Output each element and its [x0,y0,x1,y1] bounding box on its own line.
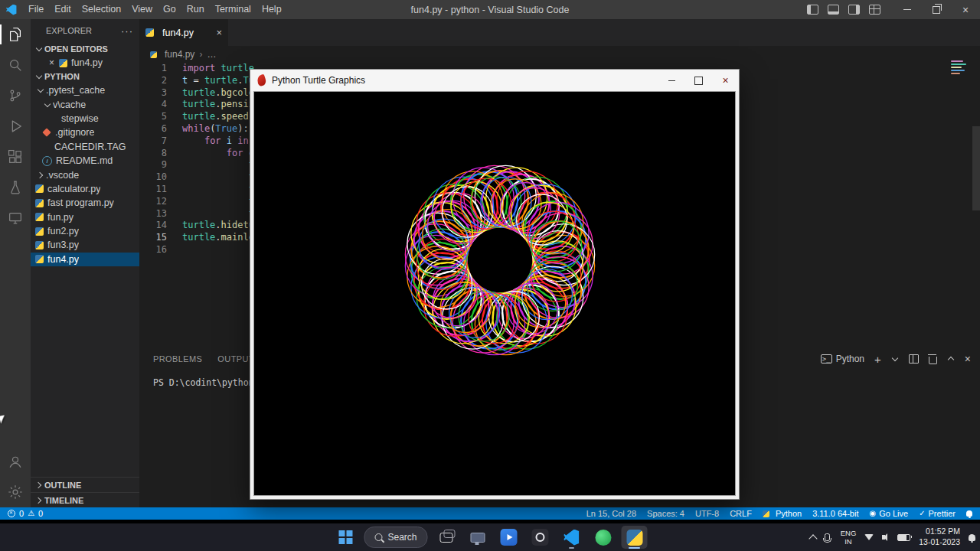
green-app-button[interactable] [590,526,616,549]
volume-icon[interactable] [882,535,885,540]
tree-item-fun2-py[interactable]: fun2.py [31,224,139,238]
python-file-icon [59,59,67,67]
close-panel-icon[interactable]: × [965,354,971,364]
notifications-bell-icon[interactable] [966,510,972,517]
task-view-button[interactable] [433,526,459,549]
activity-extensions[interactable] [0,142,31,172]
clock[interactable]: 01:52 PM 13-01-2023 [919,527,960,547]
python-app-button[interactable] [622,526,648,549]
tree-item-label: .vscode [46,170,79,181]
turtle-maximize-button[interactable] [685,70,712,91]
media-app-button[interactable] [496,526,522,549]
tree-item-fun3-py[interactable]: fun3.py [31,238,139,252]
outline-section[interactable]: OUTLINE [31,477,139,492]
minimap[interactable] [951,59,969,76]
customize-layout-icon[interactable] [869,5,880,15]
tree-item-label: README.md [56,155,113,166]
menu-view[interactable]: View [126,0,158,19]
taskbar-search[interactable]: Search [364,527,427,548]
tab-close-icon[interactable]: × [216,27,222,38]
toggle-secondary-sidebar-icon[interactable] [848,5,860,15]
activity-run-debug[interactable] [0,111,31,142]
editor-scrollbar[interactable] [972,126,980,210]
tree-item--pytest-cache[interactable]: .pytest_cache [31,83,139,97]
menu-selection[interactable]: Selection [77,0,126,19]
menu-help[interactable]: Help [256,0,287,19]
tree-item--gitignore[interactable]: .gitignore [31,126,139,139]
split-terminal-icon[interactable] [909,354,919,364]
terminal-dropdown-icon[interactable] [891,355,899,363]
panel-tab-output[interactable]: OUTPUT [217,354,254,364]
terminal-shell-item[interactable]: >_ Python [821,354,864,364]
monitor-app-button[interactable] [465,526,491,549]
maximize-panel-icon[interactable] [947,355,955,363]
tree-item-fun4-py[interactable]: fun4.py [31,253,139,266]
tree-item--vscode[interactable]: .vscode [31,168,139,181]
start-button[interactable] [332,526,358,549]
chevron-right-icon [34,496,44,505]
status-python-version[interactable]: 3.11.0 64-bit [812,509,858,518]
kill-terminal-icon[interactable] [929,357,937,364]
language-indicator[interactable]: ENG IN [841,529,857,546]
status-language-mode[interactable]: Python [763,509,802,518]
workspace-section[interactable]: PYTHON [31,70,139,83]
status-encoding[interactable]: UTF-8 [695,509,719,518]
activity-settings[interactable] [0,477,31,507]
activity-source-control[interactable] [0,80,31,111]
activity-search[interactable] [0,50,31,80]
close-button[interactable]: × [951,0,980,19]
tree-item-stepwise[interactable]: stepwise [31,112,139,126]
status-indentation[interactable]: Spaces: 4 [647,509,684,518]
turtle-window-titlebar[interactable]: Python Turtle Graphics × [250,70,739,91]
activity-account[interactable] [0,446,31,477]
breadcrumb[interactable]: fun4.py › … [139,46,980,63]
open-editor-item[interactable]: × fun4.py [31,56,139,70]
tree-item-fun-py[interactable]: fun.py [31,210,139,224]
line-number: 10 [139,171,167,184]
turtle-close-button[interactable]: × [712,70,739,91]
more-actions-icon[interactable]: ··· [121,25,133,37]
status-cursor-position[interactable]: Ln 15, Col 28 [586,509,636,518]
activity-testing[interactable] [0,172,31,203]
tree-item-v-cache[interactable]: v\cache [31,97,139,111]
toggle-sidebar-icon[interactable] [807,5,818,15]
wifi-icon[interactable] [864,534,874,540]
menu-go[interactable]: Go [158,0,181,19]
microphone-icon[interactable] [825,533,830,541]
panel-tab-problems[interactable]: PROBLEMS [153,354,202,364]
tree-item-cachedir-tag[interactable]: CACHEDIR.TAG [31,140,139,154]
tree-item-fast-program-py[interactable]: fast program.py [31,196,139,210]
status-go-live[interactable]: ◉Go Live [869,509,908,518]
activity-remote-explorer[interactable] [0,203,31,233]
tree-item-calculator-py[interactable]: calculator.py [31,182,139,196]
camera-app-button[interactable] [528,526,554,549]
line-number: 1 [139,63,167,75]
status-eol[interactable]: CRLF [730,509,752,518]
status-prettier[interactable]: ✓Prettier [919,509,956,518]
menu-edit[interactable]: Edit [49,0,77,19]
media-app-icon [501,529,518,546]
menu-run[interactable]: Run [181,0,210,19]
hidden-icons-chevron[interactable] [808,534,817,543]
menu-terminal[interactable]: Terminal [210,0,256,19]
new-terminal-icon[interactable]: + [874,354,881,365]
minimize-button[interactable] [893,0,922,19]
tab-fun4-py[interactable]: fun4.py × [139,19,228,46]
vscode-app-button[interactable] [559,526,585,549]
timeline-section[interactable]: TIMELINE [31,492,139,507]
battery-icon[interactable] [897,534,910,541]
close-editor-icon[interactable]: × [49,57,54,68]
restore-button[interactable] [922,0,951,19]
minimap-mark [951,73,960,74]
problems-status[interactable]: 0 ⚠ 0 [8,509,43,518]
tree-item-readme-md[interactable]: iREADME.md [31,154,139,168]
extensions-icon [7,148,24,165]
status-label: Spaces: 4 [647,509,684,518]
toggle-panel-icon[interactable] [828,5,839,15]
turtle-minimize-button[interactable] [658,70,685,91]
status-label: Prettier [929,509,956,518]
activity-explorer[interactable] [0,19,31,50]
menu-file[interactable]: File [23,0,49,19]
notification-bell-icon[interactable] [969,534,975,541]
open-editors-section[interactable]: OPEN EDITORS [31,42,139,56]
